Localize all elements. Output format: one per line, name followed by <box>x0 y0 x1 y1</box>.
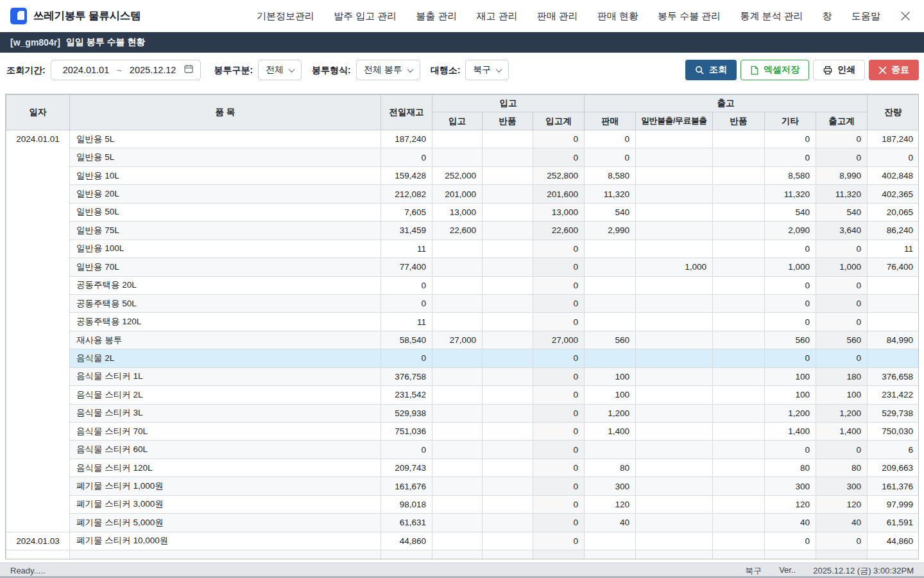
item-cell[interactable]: 폐기물 스티커 1,000원 <box>70 477 381 495</box>
table-row[interactable]: 공동주택용 50L0000 <box>6 294 920 312</box>
value-cell[interactable] <box>713 495 765 513</box>
menu-item-bag-ledger[interactable]: 봉투 수불 관리 <box>658 10 721 22</box>
value-cell[interactable] <box>636 203 713 221</box>
value-cell[interactable] <box>585 532 636 550</box>
value-cell[interactable] <box>483 404 533 422</box>
value-cell[interactable]: 402,848 <box>868 166 919 184</box>
value-cell[interactable]: 8,580 <box>765 166 816 184</box>
value-cell[interactable]: 22,600 <box>533 222 585 240</box>
value-cell[interactable]: 0 <box>533 477 585 495</box>
table-row[interactable] <box>6 550 920 559</box>
value-cell[interactable] <box>713 258 765 276</box>
value-cell[interactable]: 2,090 <box>765 222 816 240</box>
value-cell[interactable] <box>432 532 483 550</box>
value-cell[interactable]: 161,376 <box>868 477 919 495</box>
value-cell[interactable] <box>713 367 765 385</box>
value-cell[interactable]: 0 <box>533 258 585 276</box>
value-cell[interactable] <box>483 550 533 559</box>
menu-item-window[interactable]: 창 <box>823 10 832 22</box>
value-cell[interactable] <box>636 423 713 441</box>
value-cell[interactable]: 1,400 <box>585 423 636 441</box>
menu-item-statistics[interactable]: 통계 분석 관리 <box>740 10 803 22</box>
value-cell[interactable]: 58,540 <box>381 331 432 349</box>
value-cell[interactable] <box>432 495 483 513</box>
value-cell[interactable] <box>868 294 919 312</box>
value-cell[interactable]: 0 <box>765 294 816 312</box>
menu-item-sales-mgmt[interactable]: 판매 관리 <box>537 10 578 22</box>
value-cell[interactable] <box>636 477 713 495</box>
value-cell[interactable]: 80 <box>585 459 636 477</box>
value-cell[interactable]: 0 <box>381 276 432 294</box>
value-cell[interactable] <box>432 423 483 441</box>
value-cell[interactable] <box>432 514 483 532</box>
value-cell[interactable]: 76,400 <box>868 258 919 276</box>
value-cell[interactable]: 97,999 <box>868 495 919 513</box>
table-row[interactable]: 공동주택용 20L0000 <box>6 276 920 294</box>
item-cell[interactable]: 일반용 70L <box>70 258 381 276</box>
value-cell[interactable]: 13,000 <box>533 203 585 221</box>
value-cell[interactable] <box>816 550 868 559</box>
item-cell[interactable]: 폐기물 스티커 10,000원 <box>70 532 381 550</box>
value-cell[interactable] <box>636 276 713 294</box>
value-cell[interactable] <box>483 313 533 331</box>
value-cell[interactable]: 0 <box>381 349 432 367</box>
excel-save-button[interactable]: 엑셀저장 <box>740 60 809 80</box>
value-cell[interactable]: 100 <box>585 367 636 385</box>
value-cell[interactable]: 187,240 <box>868 130 919 148</box>
value-cell[interactable] <box>585 240 636 258</box>
value-cell[interactable]: 0 <box>585 148 636 166</box>
value-cell[interactable]: 0 <box>533 386 585 404</box>
date-cell[interactable]: 2024.01.03 <box>6 532 70 550</box>
value-cell[interactable] <box>483 349 533 367</box>
value-cell[interactable] <box>713 331 765 349</box>
value-cell[interactable] <box>636 148 713 166</box>
item-cell[interactable]: 음식물 2L <box>70 349 381 367</box>
value-cell[interactable] <box>636 514 713 532</box>
value-cell[interactable] <box>483 240 533 258</box>
value-cell[interactable]: 402,365 <box>868 185 919 203</box>
value-cell[interactable]: 0 <box>765 313 816 331</box>
value-cell[interactable] <box>585 258 636 276</box>
value-cell[interactable] <box>432 459 483 477</box>
value-cell[interactable]: 100 <box>765 386 816 404</box>
value-cell[interactable]: 300 <box>585 477 636 495</box>
value-cell[interactable]: 560 <box>816 331 868 349</box>
item-cell[interactable]: 일반용 10L <box>70 166 381 184</box>
value-cell[interactable]: 540 <box>585 203 636 221</box>
value-cell[interactable]: 61,591 <box>868 514 919 532</box>
value-cell[interactable]: 120 <box>585 495 636 513</box>
value-cell[interactable] <box>636 367 713 385</box>
value-cell[interactable]: 0 <box>765 276 816 294</box>
value-cell[interactable]: 27,000 <box>533 331 585 349</box>
value-cell[interactable] <box>483 294 533 312</box>
item-cell[interactable]: 음식물 스티커 1L <box>70 367 381 385</box>
value-cell[interactable]: 560 <box>765 331 816 349</box>
value-cell[interactable]: 44,860 <box>868 532 919 550</box>
item-cell[interactable]: 음식물 스티커 2L <box>70 386 381 404</box>
value-cell[interactable] <box>713 148 765 166</box>
value-cell[interactable] <box>432 313 483 331</box>
value-cell[interactable] <box>585 276 636 294</box>
value-cell[interactable] <box>636 550 713 559</box>
value-cell[interactable]: 0 <box>816 313 868 331</box>
value-cell[interactable]: 1,000 <box>765 258 816 276</box>
value-cell[interactable]: 20,065 <box>868 203 919 221</box>
value-cell[interactable] <box>713 423 765 441</box>
value-cell[interactable] <box>765 550 816 559</box>
menu-item-inventory[interactable]: 재고 관리 <box>477 10 518 22</box>
value-cell[interactable] <box>636 441 713 459</box>
value-cell[interactable]: 80 <box>765 459 816 477</box>
value-cell[interactable]: 11 <box>381 240 432 258</box>
value-cell[interactable]: 0 <box>765 441 816 459</box>
value-cell[interactable]: 0 <box>533 276 585 294</box>
menu-item-sales-status[interactable]: 판매 현황 <box>597 10 638 22</box>
value-cell[interactable]: 0 <box>381 294 432 312</box>
value-cell[interactable]: 0 <box>816 148 868 166</box>
value-cell[interactable]: 13,000 <box>432 203 483 221</box>
value-cell[interactable]: 231,542 <box>381 386 432 404</box>
table-row[interactable]: 재사용 봉투58,54027,00027,00056056056084,990 <box>6 331 920 349</box>
value-cell[interactable]: 0 <box>533 294 585 312</box>
date-cell[interactable] <box>6 550 70 559</box>
value-cell[interactable] <box>713 349 765 367</box>
value-cell[interactable]: 0 <box>816 130 868 148</box>
